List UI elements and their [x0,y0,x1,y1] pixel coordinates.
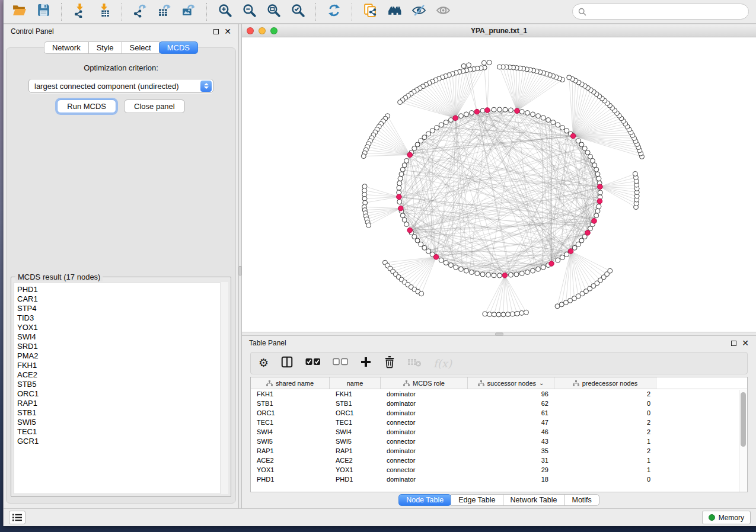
tab-select[interactable]: Select [122,41,160,54]
network-node[interactable] [397,200,402,204]
network-node[interactable] [501,312,506,317]
table-row[interactable]: SWI5SWI5connector431 [251,437,747,446]
network-node[interactable] [508,108,513,113]
table-row[interactable]: PHD1PHD1dominator180 [251,475,747,484]
new-network-from-selection-button[interactable] [362,4,378,20]
column-header-shared-name[interactable]: shared name [251,377,330,389]
network-node[interactable] [556,258,560,262]
mcds-hub-node[interactable] [598,184,603,190]
network-node[interactable] [458,114,463,118]
network-node[interactable] [415,238,420,243]
network-node[interactable] [448,263,453,268]
export-table-button[interactable] [156,4,173,20]
network-node[interactable] [397,181,402,185]
network-node[interactable] [419,242,423,246]
mcds-hub-node[interactable] [502,273,508,278]
network-node[interactable] [506,312,511,317]
table-row[interactable]: STB1STB1dominator620 [251,399,747,408]
network-node[interactable] [560,255,564,260]
apply-layout-button[interactable] [326,4,342,20]
column-header-MCDS-role[interactable]: MCDS role [381,377,468,389]
table-row[interactable]: YOX1YOX1connector291 [251,465,747,475]
table-row[interactable]: FKH1FKH1dominator962 [251,389,747,399]
column-header-name[interactable]: name [330,377,381,389]
network-node[interactable] [592,163,597,168]
network-node[interactable] [419,139,423,143]
run-mcds-button[interactable]: Run MCDS [57,100,116,113]
network-node[interactable] [555,304,560,309]
import-network-button[interactable] [71,4,88,20]
mcds-result-item[interactable]: SRD1 [17,342,228,351]
network-node[interactable] [397,185,401,190]
mcds-result-item[interactable]: RAP1 [17,399,228,408]
network-node[interactable] [492,107,496,112]
network-node[interactable] [594,167,599,172]
table-row[interactable]: SWI4SWI4dominator462 [251,427,747,437]
network-node[interactable] [515,311,519,316]
network-node[interactable] [475,271,480,276]
network-node[interactable] [541,265,546,270]
network-node[interactable] [398,100,403,105]
float-panel-icon[interactable] [213,29,219,34]
mcds-list-scrollbar[interactable] [220,282,228,494]
network-node[interactable] [519,271,524,276]
network-node[interactable] [598,190,602,195]
mcds-hub-node[interactable] [407,227,413,233]
memory-button[interactable]: Memory [702,511,751,524]
network-node[interactable] [399,172,404,177]
network-node[interactable] [608,268,613,273]
search-input[interactable] [589,8,743,16]
mcds-hub-node[interactable] [515,108,520,114]
network-node[interactable] [514,272,519,277]
network-node[interactable] [454,265,458,270]
mcds-result-item[interactable]: CAR1 [17,294,228,304]
zoom-selected-button[interactable] [289,4,306,20]
network-node[interactable] [508,273,513,277]
network-node[interactable] [536,267,541,271]
network-node[interactable] [444,261,448,265]
network-node[interactable] [585,150,590,155]
float-panel-icon[interactable] [731,341,736,346]
network-node[interactable] [519,110,524,114]
network-node[interactable] [497,65,502,69]
network-node[interactable] [404,222,409,227]
mcds-result-item[interactable]: ORC1 [17,389,228,399]
network-node[interactable] [531,268,535,273]
network-node[interactable] [503,107,508,112]
network-node[interactable] [480,272,485,277]
open-session-button[interactable] [11,4,27,20]
mcds-hub-node[interactable] [592,219,597,224]
network-node[interactable] [579,142,584,147]
network-node[interactable] [439,258,444,262]
tab-network-table[interactable]: Network Table [503,494,565,506]
mcds-hub-node[interactable] [453,116,458,121]
network-node[interactable] [398,177,403,181]
network-canvas[interactable] [242,37,756,332]
table-options-gear-button[interactable]: ⚙ [259,355,269,371]
delete-column-button[interactable] [384,355,395,371]
export-image-button[interactable] [180,4,197,20]
network-node[interactable] [536,114,541,118]
network-node[interactable] [487,312,492,317]
network-node[interactable] [464,268,468,273]
scrollbar-thumb[interactable] [741,392,746,447]
tab-edge-table[interactable]: Edge Table [451,494,503,506]
network-node[interactable] [400,213,405,218]
mcds-result-item[interactable]: PHD1 [17,285,228,294]
mcds-result-item[interactable]: SWI4 [17,332,228,342]
create-column-button[interactable] [360,355,372,371]
network-node[interactable] [492,273,496,278]
mcds-hub-node[interactable] [570,133,576,139]
network-node[interactable] [419,291,424,296]
network-node[interactable] [525,270,530,275]
network-node[interactable] [596,177,601,181]
network-node[interactable] [444,120,448,125]
network-node[interactable] [426,132,430,136]
mcds-hub-node[interactable] [597,198,602,204]
mcds-hub-node[interactable] [568,249,573,254]
network-node[interactable] [486,273,491,277]
mcds-result-item[interactable]: TID3 [17,313,228,323]
network-node[interactable] [594,213,599,218]
splitter-grip[interactable] [495,332,503,335]
table-row[interactable]: ACE2ACE2connector311 [251,456,747,465]
